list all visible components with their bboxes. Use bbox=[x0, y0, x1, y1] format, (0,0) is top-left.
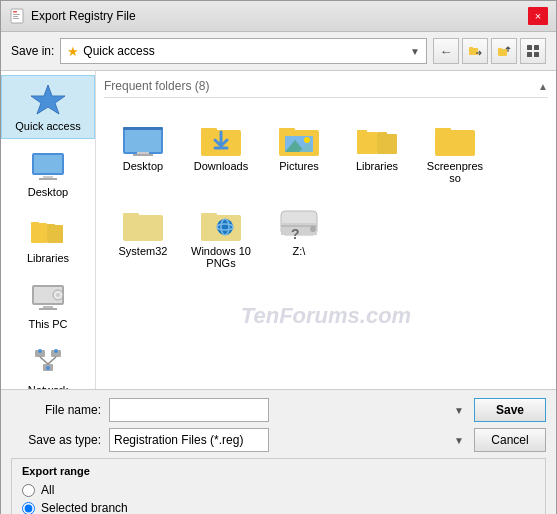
file-name-row: File name: ▼ Save bbox=[11, 398, 546, 422]
svg-rect-46 bbox=[279, 128, 295, 132]
folder-windows10pngs[interactable]: Windows 10 PNGs bbox=[186, 197, 256, 274]
svg-rect-40 bbox=[133, 154, 153, 156]
svg-rect-26 bbox=[39, 308, 57, 310]
folder-screenpresso[interactable]: Screenpresso bbox=[420, 112, 490, 189]
title-bar: Export Registry File × bbox=[1, 1, 556, 32]
svg-rect-51 bbox=[357, 132, 377, 154]
svg-rect-58 bbox=[123, 213, 139, 217]
sidebar-item-network[interactable]: Network bbox=[1, 339, 95, 389]
file-name-input[interactable] bbox=[109, 398, 269, 422]
sidebar-this-pc-label: This PC bbox=[28, 318, 67, 330]
file-name-input-wrap: ▼ Save bbox=[109, 398, 546, 422]
folder-system32-icon bbox=[119, 202, 167, 242]
folder-windows10pngs-icon bbox=[197, 202, 245, 242]
folder-system32[interactable]: System32 bbox=[108, 197, 178, 274]
forward-button[interactable] bbox=[462, 38, 488, 64]
location-bar[interactable]: ★ Quick access ▼ bbox=[60, 38, 427, 64]
folder-screenpresso-icon bbox=[431, 117, 479, 157]
svg-rect-52 bbox=[357, 130, 367, 134]
save-button[interactable]: Save bbox=[474, 398, 546, 422]
title-bar-left: Export Registry File bbox=[9, 8, 136, 24]
svg-rect-55 bbox=[435, 130, 475, 156]
folders-grid: Desktop Downloads bbox=[104, 108, 548, 278]
up-icon bbox=[497, 44, 511, 58]
folder-pictures-label: Pictures bbox=[279, 160, 319, 172]
back-button[interactable]: ← bbox=[433, 38, 459, 64]
save-type-dropdown-arrow[interactable]: ▼ bbox=[454, 435, 464, 446]
svg-line-32 bbox=[40, 357, 48, 364]
svg-point-61 bbox=[217, 219, 233, 235]
svg-rect-11 bbox=[534, 45, 539, 50]
svg-rect-9 bbox=[498, 48, 502, 50]
watermark: TenForums.com bbox=[241, 303, 411, 329]
radio-all[interactable] bbox=[22, 484, 35, 497]
svg-point-28 bbox=[56, 293, 60, 297]
folder-downloads[interactable]: Downloads bbox=[186, 112, 256, 189]
sidebar: Quick access Desktop bbox=[1, 71, 96, 389]
svg-rect-21 bbox=[47, 225, 63, 243]
radio-all-label[interactable]: All bbox=[41, 483, 54, 497]
radio-all-row: All bbox=[22, 483, 535, 497]
svg-rect-53 bbox=[377, 134, 397, 154]
save-in-label: Save in: bbox=[11, 44, 54, 58]
sidebar-item-desktop[interactable]: Desktop bbox=[1, 141, 95, 205]
location-dropdown-icon[interactable]: ▼ bbox=[410, 46, 420, 57]
sidebar-item-this-pc[interactable]: This PC bbox=[1, 273, 95, 337]
sidebar-item-quick-access[interactable]: Quick access bbox=[1, 75, 95, 139]
folder-downloads-label: Downloads bbox=[194, 160, 248, 172]
svg-point-50 bbox=[304, 137, 310, 143]
section-header: Frequent folders (8) ▲ bbox=[104, 79, 548, 98]
radio-selected-row: Selected branch bbox=[22, 501, 535, 514]
svg-rect-1 bbox=[13, 11, 17, 13]
svg-point-36 bbox=[46, 366, 50, 370]
nav-folder-icon bbox=[468, 44, 482, 58]
folder-pictures[interactable]: Pictures bbox=[264, 112, 334, 189]
registry-icon bbox=[9, 8, 25, 24]
svg-point-35 bbox=[54, 349, 58, 353]
cancel-button[interactable]: Cancel bbox=[474, 428, 546, 452]
save-type-input[interactable] bbox=[109, 428, 269, 452]
svg-rect-43 bbox=[201, 128, 217, 132]
svg-rect-22 bbox=[47, 224, 55, 227]
save-type-input-wrap: ▼ Cancel bbox=[109, 428, 546, 452]
sidebar-desktop-label: Desktop bbox=[28, 186, 68, 198]
folder-libraries[interactable]: Libraries bbox=[342, 112, 412, 189]
up-button[interactable] bbox=[491, 38, 517, 64]
svg-point-34 bbox=[38, 349, 42, 353]
sidebar-network-label: Network bbox=[28, 384, 68, 389]
toolbar-buttons: ← bbox=[433, 38, 546, 64]
bottom-area: File name: ▼ Save Save as type: ▼ Cancel bbox=[1, 390, 556, 514]
radio-selected-label[interactable]: Selected branch bbox=[41, 501, 128, 514]
svg-rect-20 bbox=[31, 222, 39, 225]
folder-desktop-label: Desktop bbox=[123, 160, 163, 172]
section-title: Frequent folders (8) bbox=[104, 79, 209, 93]
sidebar-item-libraries[interactable]: Libraries bbox=[1, 207, 95, 271]
toolbar: Save in: ★ Quick access ▼ ← bbox=[1, 32, 556, 70]
main-area: Quick access Desktop bbox=[1, 70, 556, 390]
svg-rect-2 bbox=[13, 14, 20, 15]
this-pc-icon bbox=[28, 280, 68, 316]
radio-selected[interactable] bbox=[22, 502, 35, 515]
save-type-dropdown-wrap: ▼ bbox=[109, 428, 468, 452]
file-name-label: File name: bbox=[11, 403, 101, 417]
svg-rect-13 bbox=[534, 52, 539, 57]
export-range-title: Export range bbox=[22, 465, 535, 477]
file-name-dropdown-arrow[interactable]: ▼ bbox=[454, 405, 464, 416]
file-name-dropdown-wrap: ▼ bbox=[109, 398, 468, 422]
folder-pictures-icon bbox=[275, 117, 323, 157]
folder-zdrive[interactable]: ? Z:\ bbox=[264, 197, 334, 274]
folder-desktop-icon bbox=[119, 117, 167, 157]
folder-desktop[interactable]: Desktop bbox=[108, 112, 178, 189]
close-button[interactable]: × bbox=[528, 7, 548, 25]
section-collapse-icon[interactable]: ▲ bbox=[538, 81, 548, 92]
view-icon bbox=[526, 44, 540, 58]
view-button[interactable] bbox=[520, 38, 546, 64]
svg-rect-12 bbox=[527, 52, 532, 57]
sidebar-quick-access-label: Quick access bbox=[15, 120, 80, 132]
folder-zdrive-label: Z:\ bbox=[293, 245, 306, 257]
libraries-icon bbox=[28, 214, 68, 250]
folder-system32-label: System32 bbox=[119, 245, 168, 257]
svg-rect-54 bbox=[377, 132, 387, 136]
svg-rect-19 bbox=[31, 223, 47, 243]
svg-rect-10 bbox=[527, 45, 532, 50]
